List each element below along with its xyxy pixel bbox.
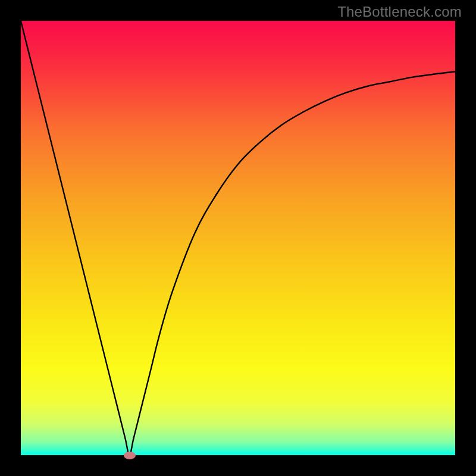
gradient-rect [21, 21, 455, 455]
chart-svg [21, 21, 455, 455]
plot-area [21, 21, 455, 455]
watermark-text: TheBottleneck.com [337, 4, 462, 20]
optimal-point-marker [124, 452, 136, 459]
chart-frame: TheBottleneck.com [0, 0, 476, 476]
